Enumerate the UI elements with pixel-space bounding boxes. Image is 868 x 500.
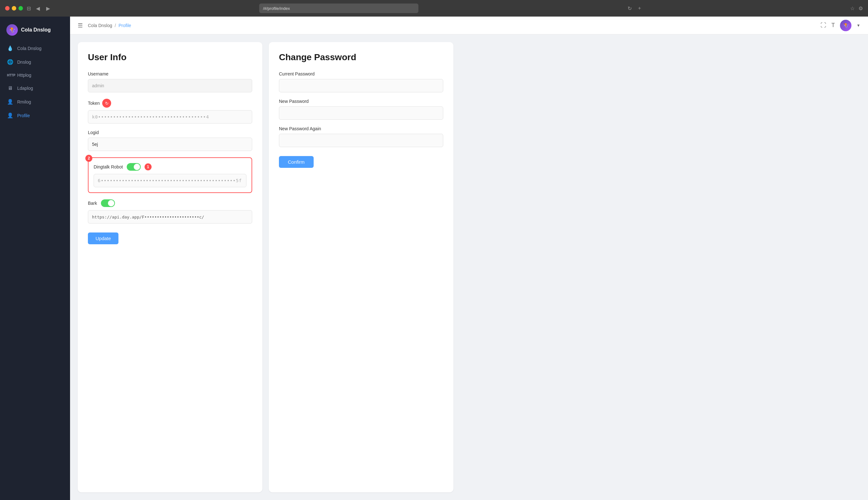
logid-label: Logid — [88, 130, 252, 135]
sidebar-toggle-btn[interactable]: ⊟ — [27, 5, 31, 11]
breadcrumb-separator: / — [115, 23, 116, 28]
sidebar: 🪁 Cola Dnslog 💧 Cola Dnslog 🌐 Dnslog HTT… — [0, 16, 70, 500]
app-container: 🪁 Cola Dnslog 💧 Cola Dnslog 🌐 Dnslog HTT… — [0, 16, 868, 500]
token-group: Token ↻ — [88, 99, 252, 124]
new-password-again-label: New Password Again — [279, 126, 443, 131]
new-password-again-group: New Password Again — [279, 126, 443, 147]
address-bar[interactable]: /#/profile/index — [259, 3, 419, 13]
sidebar-item-label: Profile — [17, 113, 30, 118]
main-content: ☰ Cola Dnslog / Profile ⛶ T 🪁 ▼ User Inf… — [70, 16, 868, 500]
sidebar-item-label: Ldaplog — [17, 86, 33, 91]
bark-url-input[interactable] — [88, 210, 252, 224]
profile-icon: 👤 — [7, 112, 13, 118]
breadcrumb: Cola Dnslog / Profile — [88, 23, 131, 28]
breadcrumb-root: Cola Dnslog — [88, 23, 112, 28]
settings-btn[interactable]: ⚙ — [858, 5, 863, 11]
sidebar-item-label: Dnslog — [17, 59, 31, 65]
new-tab-btn[interactable]: + — [637, 4, 642, 12]
maximize-button[interactable] — [19, 6, 23, 11]
new-password-input[interactable] — [279, 106, 443, 120]
current-password-input[interactable] — [279, 79, 443, 92]
token-label: Token ↻ — [88, 99, 252, 107]
username-input[interactable] — [88, 79, 252, 92]
bark-group: Bark — [88, 200, 252, 224]
dingtalk-slider — [127, 163, 141, 171]
sidebar-item-dnslog[interactable]: 🌐 Dnslog — [2, 56, 68, 68]
traffic-lights — [5, 6, 23, 11]
new-password-group: New Password — [279, 99, 443, 120]
sidebar-item-rmilog[interactable]: 👤 Rmilog — [2, 95, 68, 108]
sidebar-item-profile[interactable]: 👤 Profile — [2, 109, 68, 122]
current-password-group: Current Password — [279, 71, 443, 92]
forward-btn[interactable]: ▶ — [45, 4, 51, 13]
bark-label: Bark — [88, 201, 97, 206]
menu-toggle-btn[interactable]: ☰ — [78, 22, 83, 29]
cola-dnslog-icon: 💧 — [7, 45, 13, 51]
dingtalk-toggle-row: Dingtalk Robot 1 — [94, 163, 247, 171]
bookmark-btn[interactable]: ☆ — [850, 5, 855, 11]
rmilog-icon: 👤 — [7, 99, 13, 105]
bark-slider — [101, 200, 115, 207]
dingtalk-badge-2: 2 — [85, 155, 92, 162]
dingtalk-label: Dingtalk Robot — [94, 164, 123, 169]
topbar: ☰ Cola Dnslog / Profile ⛶ T 🪁 ▼ — [70, 16, 868, 34]
logid-group: Logid — [88, 130, 252, 151]
sidebar-item-label: Cola Dnslog — [17, 46, 42, 51]
sidebar-item-label: Httplog — [17, 72, 31, 78]
bark-toggle[interactable] — [101, 200, 115, 207]
browser-chrome: ⊟ ◀ ▶ /#/profile/index ↻ + ☆ ⚙ — [0, 0, 868, 16]
current-password-label: Current Password — [279, 71, 443, 77]
app-name: Cola Dnslog — [21, 27, 50, 33]
logid-input[interactable] — [88, 138, 252, 151]
username-label: Username — [88, 71, 252, 77]
refresh-browser-btn[interactable]: ↻ — [626, 4, 633, 13]
sidebar-item-label: Rmilog — [17, 99, 31, 104]
change-password-title: Change Password — [279, 52, 443, 62]
dingtalk-box: 2 Dingtalk Robot 1 — [88, 157, 252, 193]
url-text: /#/profile/index — [263, 6, 290, 11]
dnslog-icon: 🌐 — [7, 59, 13, 65]
sidebar-item-ldaplog[interactable]: 🖥 Ldaplog — [2, 82, 68, 94]
sidebar-item-cola-dnslog[interactable]: 💧 Cola Dnslog — [2, 42, 68, 55]
token-refresh-btn[interactable]: ↻ — [102, 99, 111, 107]
user-avatar-btn[interactable]: 🪁 — [840, 20, 852, 31]
close-button[interactable] — [5, 6, 10, 11]
update-btn[interactable]: Update — [88, 232, 118, 244]
new-password-label: New Password — [279, 99, 443, 104]
user-info-card: User Info Username Token ↻ Logid — [78, 42, 262, 492]
change-password-card: Change Password Current Password New Pas… — [269, 42, 454, 492]
dropdown-btn[interactable]: ▼ — [857, 23, 860, 28]
dingtalk-toggle[interactable] — [127, 163, 141, 171]
breadcrumb-current: Profile — [118, 23, 131, 28]
user-info-title: User Info — [88, 52, 252, 62]
expand-icon-btn[interactable]: ⛶ — [821, 22, 826, 29]
page-content: User Info Username Token ↻ Logid — [70, 34, 868, 500]
bark-toggle-row: Bark — [88, 200, 252, 207]
httplog-icon: HTTP — [7, 73, 13, 77]
dingtalk-badge-1: 1 — [145, 163, 151, 170]
sidebar-logo: 🪁 Cola Dnslog — [0, 22, 70, 42]
username-group: Username — [88, 71, 252, 92]
sidebar-item-httplog[interactable]: HTTP Httplog — [2, 69, 68, 81]
dingtalk-token-input[interactable] — [94, 174, 247, 187]
sidebar-nav: 💧 Cola Dnslog 🌐 Dnslog HTTP Httplog 🖥 Ld… — [0, 42, 70, 122]
token-input[interactable] — [88, 110, 252, 124]
font-size-btn[interactable]: T — [831, 22, 835, 29]
topbar-right: ⛶ T 🪁 ▼ — [821, 20, 860, 31]
minimize-button[interactable] — [12, 6, 16, 11]
new-password-again-input[interactable] — [279, 134, 443, 147]
ldaplog-icon: 🖥 — [7, 86, 13, 91]
logo-icon: 🪁 — [7, 24, 18, 36]
back-btn[interactable]: ◀ — [35, 4, 41, 13]
browser-actions: ☆ ⚙ — [850, 5, 863, 11]
confirm-btn[interactable]: Confirm — [279, 156, 313, 168]
